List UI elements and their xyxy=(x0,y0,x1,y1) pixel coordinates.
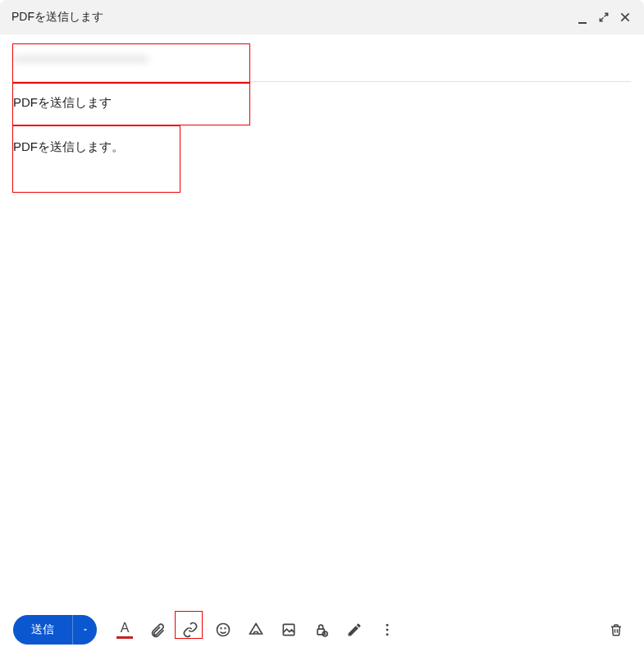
toolbar-right xyxy=(601,615,631,645)
insert-photo-icon[interactable] xyxy=(274,615,304,645)
svg-point-1 xyxy=(221,628,222,629)
svg-point-0 xyxy=(217,624,230,636)
formatting-icon[interactable]: A xyxy=(110,615,139,645)
expand-icon[interactable] xyxy=(596,10,611,25)
compose-title: PDFを送信します xyxy=(11,10,103,25)
insert-link-icon[interactable] xyxy=(176,615,205,645)
discard-draft-icon[interactable] xyxy=(601,615,631,645)
svg-point-8 xyxy=(386,633,389,636)
subject-value: PDFを送信します xyxy=(13,95,112,111)
close-icon[interactable] xyxy=(618,10,633,25)
send-button-group: 送信 xyxy=(13,615,97,645)
minimize-icon[interactable] xyxy=(575,10,590,25)
toolbar-left: 送信 A xyxy=(13,615,402,645)
confidential-mode-icon[interactable] xyxy=(307,615,336,645)
body-text: PDFを送信します。 xyxy=(13,139,124,153)
svg-point-6 xyxy=(386,624,389,626)
svg-point-7 xyxy=(386,629,389,631)
insert-emoji-icon[interactable] xyxy=(208,615,238,645)
more-options-icon[interactable] xyxy=(372,615,402,645)
compose-toolbar: 送信 A xyxy=(0,604,644,656)
compose-header: PDFを送信します xyxy=(0,0,644,34)
svg-point-2 xyxy=(225,628,226,629)
subject-field[interactable]: PDFを送信します xyxy=(13,82,631,123)
send-options-button[interactable] xyxy=(72,615,97,645)
message-body[interactable]: PDFを送信します。 xyxy=(0,123,644,604)
send-button[interactable]: 送信 xyxy=(13,615,72,645)
insert-drive-icon[interactable] xyxy=(241,615,271,645)
recipient-value: xxxxxxxxxxxxxxxxxxxxxx xyxy=(13,51,148,65)
svg-rect-3 xyxy=(283,624,294,635)
insert-signature-icon[interactable] xyxy=(340,615,369,645)
compose-content: xxxxxxxxxxxxxxxxxxxxxx PDFを送信します PDFを送信し… xyxy=(0,34,644,604)
window-controls xyxy=(575,10,633,25)
attach-file-icon[interactable] xyxy=(143,615,172,645)
recipient-field[interactable]: xxxxxxxxxxxxxxxxxxxxxx xyxy=(13,34,631,82)
